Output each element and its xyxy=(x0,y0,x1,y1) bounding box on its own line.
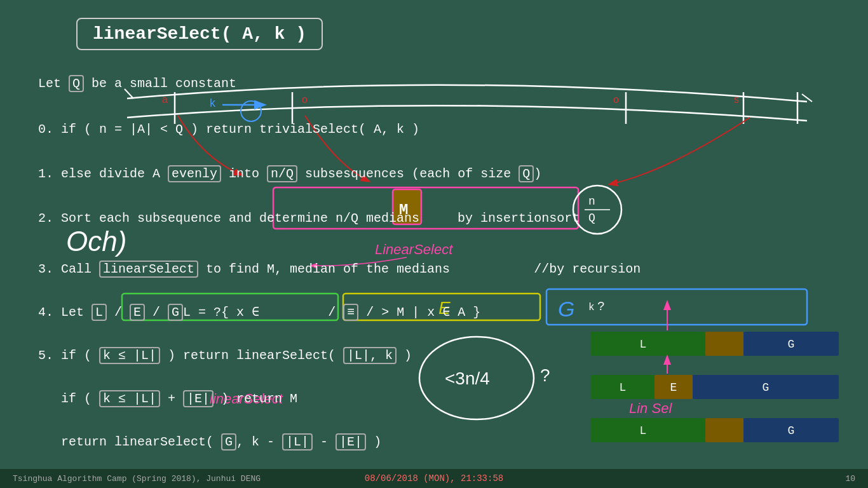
linearselect-box-3: linearSelect xyxy=(99,261,198,278)
svg-text:- - -: - - - xyxy=(445,98,483,113)
g-box-7: G xyxy=(221,433,236,451)
line-3: 3. Call linearSelect to find M, median o… xyxy=(38,261,641,278)
svg-rect-38 xyxy=(654,375,693,399)
line-6: if ( k ≤ |L| + |E| ) return M xyxy=(38,390,297,407)
svg-text:G: G xyxy=(763,381,770,394)
let-line: Let Q be a small constant xyxy=(38,75,236,92)
line-2: 2. Sort each subsequence and determine n… xyxy=(38,211,580,226)
l-box-4: L xyxy=(92,304,107,321)
svg-text:Q: Q xyxy=(588,212,595,224)
svg-text:G: G xyxy=(558,297,574,321)
svg-text:E: E xyxy=(670,381,677,394)
svg-text:L: L xyxy=(620,381,627,394)
svg-rect-25 xyxy=(546,289,807,325)
timestamp-text: 08/06/2018 (MON), 21:33:58 xyxy=(365,473,503,484)
svg-rect-46 xyxy=(743,418,839,442)
svg-rect-30 xyxy=(591,332,705,356)
k-leq-l-box-5: k ≤ |L| xyxy=(99,347,160,364)
q-box-size: Q xyxy=(519,165,534,182)
svg-text:k: k xyxy=(210,97,216,109)
svg-text:<3n/4: <3n/4 xyxy=(445,369,490,388)
page-label: 10 xyxy=(845,474,855,484)
svg-text:L: L xyxy=(640,338,647,351)
svg-rect-33 xyxy=(743,332,839,356)
svg-rect-40 xyxy=(693,375,839,399)
svg-line-6 xyxy=(802,94,812,102)
svg-text:L: L xyxy=(640,424,647,437)
nq-box: n/Q xyxy=(267,165,297,182)
evenly-box: evenly xyxy=(168,165,221,182)
svg-text:k: k xyxy=(588,302,595,313)
svg-point-18 xyxy=(573,186,621,234)
line-5: 5. if ( k ≤ |L| ) return linearSelect( |… xyxy=(38,347,412,364)
line-7: return linearSelect( G, k - |L| - |E| ) xyxy=(38,433,381,451)
l-k-box-5: |L|, k xyxy=(343,347,397,364)
k-leq-l-box-6: k ≤ |L| xyxy=(99,390,160,407)
svg-rect-45 xyxy=(705,418,743,442)
svg-text:Lin Sel: Lin Sel xyxy=(629,400,672,416)
svg-text:LinearSelect: LinearSelect xyxy=(375,241,453,257)
svg-point-48 xyxy=(419,337,534,419)
svg-rect-32 xyxy=(705,332,743,356)
e-box-7: |E| xyxy=(336,433,366,451)
timestamp: 08/06/2018 (MON), 21:33:58 xyxy=(365,473,503,484)
title-box: linearSelect( A, k ) xyxy=(76,18,323,50)
line-1: 1. else divide A evenly into n/Q subsesq… xyxy=(38,165,541,182)
attribution-text: Tsinghua Algorithm Camp (Spring 2018), J… xyxy=(13,474,261,484)
svg-text:o: o xyxy=(302,94,308,105)
svg-text:a: a xyxy=(162,94,168,105)
e-box-6: |E| xyxy=(183,390,214,407)
svg-text:?: ? xyxy=(597,299,605,314)
line-4: 4. Let L / E / GL = ?{ x ∈ / ≡ / > M | x… xyxy=(38,304,480,321)
q-box-let: Q xyxy=(69,75,84,92)
svg-rect-36 xyxy=(591,375,654,399)
e-box-4: E xyxy=(130,304,145,321)
g-box-4: G xyxy=(168,304,183,321)
l-box-7: |L| xyxy=(282,433,313,451)
slide-container: linearSelect( A, k ) k xyxy=(0,0,868,488)
svg-text:o: o xyxy=(613,94,619,105)
attribution-label: Tsinghua Algorithm Camp (Spring 2018), J… xyxy=(13,474,261,484)
svg-text:?: ? xyxy=(540,365,550,385)
line-0: 0. if ( n = |A| < Q ) return trivialSele… xyxy=(38,122,419,137)
svg-text:s: s xyxy=(734,94,739,105)
svg-text:G: G xyxy=(788,424,795,437)
svg-rect-43 xyxy=(591,418,705,442)
page-number: 10 xyxy=(845,474,855,484)
annotation-overlay: k a o o s Och) xyxy=(0,0,868,488)
svg-text:Och): Och) xyxy=(66,226,126,257)
svg-point-9 xyxy=(241,101,261,121)
status-bar: Tsinghua Algorithm Camp (Spring 2018), J… xyxy=(0,469,868,488)
svg-text:G: G xyxy=(788,338,795,351)
title-text: linearSelect( A, k ) xyxy=(93,24,306,44)
eq-box-4: ≡ xyxy=(343,304,358,321)
svg-text:n: n xyxy=(588,195,595,208)
